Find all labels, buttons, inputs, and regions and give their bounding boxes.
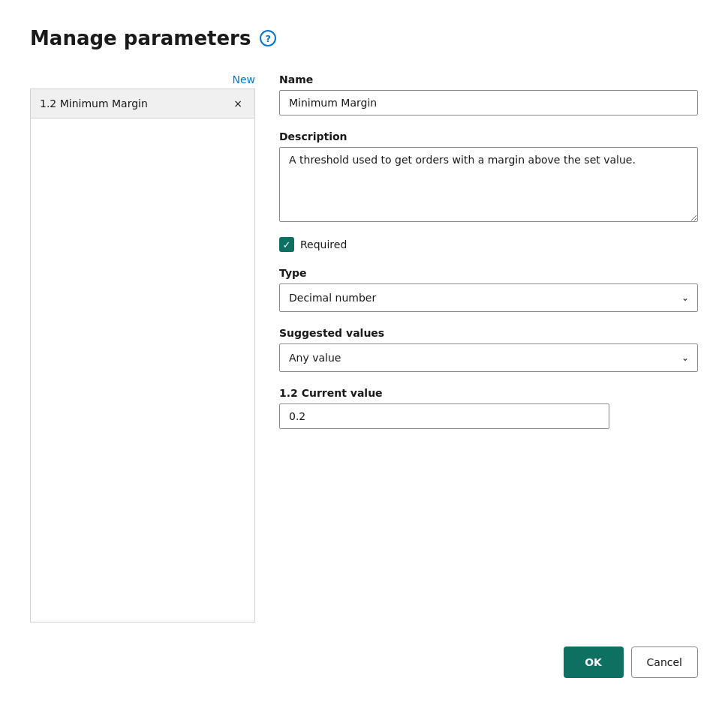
left-panel: New 1.2 Minimum Margin × [30,74,255,622]
param-item[interactable]: 1.2 Minimum Margin × [31,89,254,118]
name-group: Name [279,74,698,116]
description-label: Description [279,130,698,142]
dialog-body: New 1.2 Minimum Margin × Name Descriptio… [30,74,698,622]
required-row: ✓ Required [279,237,698,252]
current-value-group: 1.2 Current value [279,387,698,429]
new-link[interactable]: New [30,74,255,86]
description-textarea[interactable]: A threshold used to get orders with a ma… [279,147,698,222]
required-checkbox[interactable]: ✓ [279,237,294,252]
suggested-values-group: Suggested values Any value List of value… [279,327,698,372]
checkmark-icon: ✓ [283,240,291,250]
type-label: Type [279,267,698,279]
type-select-wrapper: Decimal number Whole number Text Date Da… [279,284,698,312]
description-group: Description A threshold used to get orde… [279,130,698,222]
suggested-values-select-wrapper: Any value List of values Range of values… [279,344,698,372]
cancel-button[interactable]: Cancel [631,646,698,678]
type-group: Type Decimal number Whole number Text Da… [279,267,698,312]
manage-parameters-dialog: Manage parameters ? New 1.2 Minimum Marg… [0,0,728,708]
suggested-values-select[interactable]: Any value List of values Range of values [279,344,698,372]
parameters-list: 1.2 Minimum Margin × [30,88,255,622]
dialog-footer: OK Cancel [30,622,698,678]
current-value-input[interactable] [279,404,609,429]
name-input[interactable] [279,90,698,116]
name-label: Name [279,74,698,86]
dialog-header: Manage parameters ? [30,27,698,50]
suggested-values-label: Suggested values [279,327,698,339]
dialog-title: Manage parameters [30,27,251,50]
help-icon[interactable]: ? [260,30,276,46]
param-item-label: 1.2 Minimum Margin [40,98,148,110]
type-select[interactable]: Decimal number Whole number Text Date Da… [279,284,698,312]
ok-button[interactable]: OK [564,646,624,678]
right-panel: Name Description A threshold used to get… [279,74,698,622]
current-value-label: 1.2 Current value [279,387,698,399]
required-label[interactable]: Required [300,238,347,250]
param-close-button[interactable]: × [230,97,245,110]
